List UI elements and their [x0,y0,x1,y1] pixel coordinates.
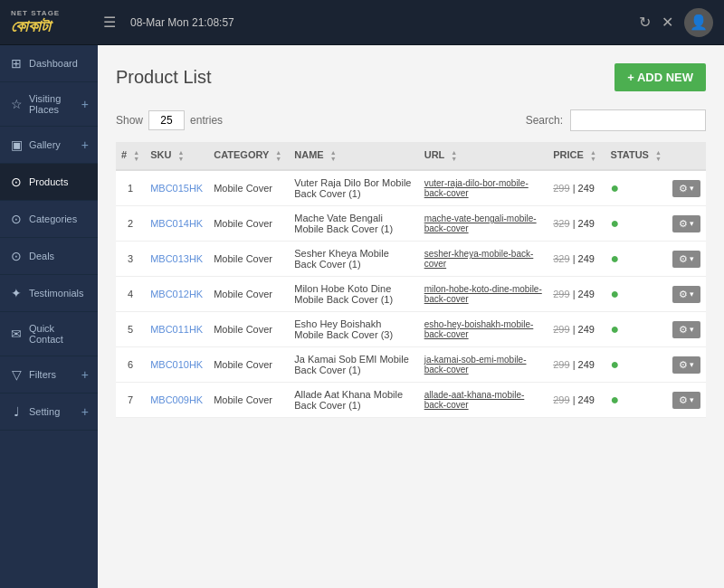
close-icon[interactable]: ✕ [662,14,673,31]
cell-action-2[interactable]: ⚙ [667,242,706,277]
table-row: 6 MBC010HK Mobile Cover Ja Kamai Sob EMI… [116,347,706,383]
sidebar-label-deals: Deals [29,251,89,261]
cell-status-3: ● [605,277,667,312]
filters-icon: ▽ [9,367,24,382]
sidebar-item-filters[interactable]: ▽ Filters + [0,356,98,394]
status-active-icon-1: ● [611,215,620,231]
visiting-places-plus-icon[interactable]: + [81,97,89,111]
price-old-6: 299 [553,394,569,405]
topbar-actions: ↻ ✕ 👤 [639,8,713,37]
sidebar-item-gallery[interactable]: ▣ Gallery + [0,127,98,164]
gallery-icon: ▣ [9,138,24,152]
cell-price-1: 329 | 249 [548,206,605,242]
sidebar-label-products: Products [29,176,89,187]
gallery-plus-icon[interactable]: + [81,138,89,152]
status-active-icon-5: ● [611,356,620,372]
action-button-5[interactable]: ⚙ [672,356,700,374]
cell-sku-1: MBC014HK [145,206,208,242]
cell-name-0: Vuter Raja Dilo Bor Mobile Back Cover (1… [289,170,418,206]
show-label: Show [116,114,143,127]
cell-price-0: 299 | 249 [548,170,605,206]
sidebar-item-testimonials[interactable]: ✦ Testimonials [0,275,98,312]
avatar[interactable]: 👤 [684,8,713,37]
cell-category-4: Mobile Cover [208,312,289,347]
content-area: Product List + ADD NEW Show entries Sear… [98,45,724,588]
show-count-input[interactable] [148,110,185,130]
action-button-4[interactable]: ⚙ [672,321,700,338]
col-header-num[interactable]: # ▲▼ [116,142,145,170]
table-controls: Show entries Search: [116,109,706,131]
price-old-2: 329 [553,253,569,264]
table-row: 1 MBC015HK Mobile Cover Vuter Raja Dilo … [116,170,706,206]
sidebar-item-visiting-places[interactable]: ☆ Visiting Places + [0,82,98,127]
sidebar-label-testimonials: Testimonials [29,288,89,299]
cell-name-3: Milon Hobe Koto Dine Mobile Back Cover (… [289,277,418,312]
col-header-status[interactable]: STATUS ▲▼ [605,142,667,170]
cell-name-4: Esho Hey Boishakh Mobile Back Cover (3) [289,312,418,347]
col-header-category[interactable]: CATEGORY ▲▼ [208,142,289,170]
cell-url-4: esho-hey-boishakh-mobile-back-cover [419,312,548,347]
col-header-price[interactable]: PRICE ▲▼ [548,142,605,170]
cell-action-5[interactable]: ⚙ [667,347,706,383]
refresh-icon[interactable]: ↻ [639,14,651,31]
sidebar-label-quick-contact: Quick Contact [29,323,89,345]
search-area: Search: [526,109,706,131]
cell-url-1: mache-vate-bengali-mobile-back-cover [419,206,548,242]
status-active-icon-6: ● [611,392,620,407]
datetime: 08-Mar Mon 21:08:57 [130,16,639,29]
sidebar-item-setting[interactable]: ♩ Setting + [0,394,98,431]
main-layout: ⊞ Dashboard ☆ Visiting Places + ▣ Galler… [0,45,724,588]
logo: NET STAGE কোকাটা [11,9,92,36]
sort-arrows-category: ▲▼ [275,149,281,162]
price-old-5: 299 [553,359,569,370]
show-entries: Show entries [116,110,223,130]
filters-plus-icon[interactable]: + [81,367,89,382]
cell-price-3: 299 | 249 [548,277,605,312]
sidebar-item-quick-contact[interactable]: ✉ Quick Contact [0,312,98,356]
cell-url-6: allade-aat-khana-mobile-back-cover [419,383,548,418]
action-button-0[interactable]: ⚙ [672,180,700,197]
cell-action-3[interactable]: ⚙ [667,277,706,312]
sidebar-item-dashboard[interactable]: ⊞ Dashboard [0,45,98,82]
price-old-4: 299 [553,324,569,335]
price-new-1: 249 [578,218,595,229]
add-new-button[interactable]: + ADD NEW [614,63,706,91]
action-button-3[interactable]: ⚙ [672,286,700,303]
hamburger-icon[interactable]: ☰ [103,14,116,31]
cell-sku-2: MBC013HK [145,242,208,277]
page-title: Product List [116,67,212,88]
action-button-2[interactable]: ⚙ [672,251,700,268]
sidebar-label-categories: Categories [29,213,89,224]
cell-url-2: sesher-kheya-mobile-back-cover [419,242,548,277]
sidebar-item-categories[interactable]: ⊙ Categories [0,201,98,238]
price-old-3: 299 [553,289,569,299]
col-header-name[interactable]: NAME ▲▼ [289,142,418,170]
dashboard-icon: ⊞ [9,56,24,71]
quick-contact-icon: ✉ [9,327,24,341]
table-row: 2 MBC014HK Mobile Cover Mache Vate Benga… [116,206,706,242]
price-old-1: 329 [553,218,569,229]
products-table: # ▲▼ SKU ▲▼ CATEGORY ▲▼ NAME ▲▼ URL ▲▼ [116,142,706,418]
cell-action-0[interactable]: ⚙ [667,170,706,206]
search-input[interactable] [570,109,706,131]
sidebar-item-deals[interactable]: ⊙ Deals [0,238,98,275]
status-active-icon-4: ● [611,321,620,337]
action-button-1[interactable]: ⚙ [672,215,700,232]
cell-num-5: 6 [116,347,145,383]
cell-action-4[interactable]: ⚙ [667,312,706,347]
cell-url-5: ja-kamai-sob-emi-mobile-back-cover [419,347,548,383]
sort-arrows-name: ▲▼ [330,149,337,162]
sidebar-item-products[interactable]: ⊙ Products [0,164,98,201]
sidebar-label-visiting-places: Visiting Places [29,93,76,115]
cell-action-1[interactable]: ⚙ [667,206,706,242]
products-icon: ⊙ [9,175,24,189]
content-header: Product List + ADD NEW [116,63,706,91]
action-button-6[interactable]: ⚙ [672,392,700,409]
price-new-4: 249 [578,324,595,335]
cell-category-5: Mobile Cover [208,347,289,383]
col-header-url[interactable]: URL ▲▼ [419,142,548,170]
col-header-sku[interactable]: SKU ▲▼ [145,142,208,170]
status-active-icon-2: ● [611,251,620,266]
setting-plus-icon[interactable]: + [81,404,89,419]
cell-action-6[interactable]: ⚙ [667,383,706,418]
